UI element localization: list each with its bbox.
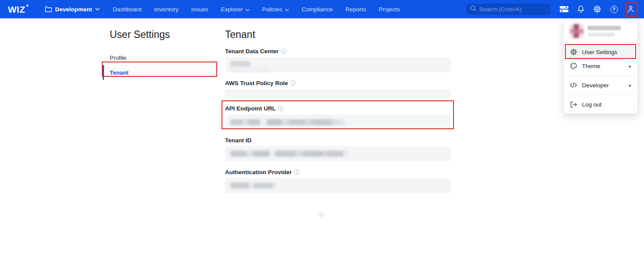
nav-item-explorer[interactable]: Explorer [221, 6, 249, 13]
wiz-logo[interactable]: WIZ✦ [8, 5, 29, 14]
search-input[interactable] [479, 6, 556, 13]
field-group-authentication-provider: Authentication Provider i [225, 169, 451, 193]
redacted-user-name [588, 26, 621, 30]
billing-plans-icon[interactable] [559, 3, 569, 15]
info-icon[interactable]: i [290, 80, 296, 86]
redacted-user-email [588, 33, 615, 37]
field-group-tenant-id: Tenant ID [225, 137, 451, 162]
menu-item-theme[interactable]: Theme ▸ [566, 59, 635, 72]
sidebar-item-profile[interactable]: Profile [103, 50, 217, 65]
nav-item-policies[interactable]: Policies [262, 6, 289, 13]
field-label: Authentication Provider [225, 169, 292, 175]
api-endpoint-url-field [225, 114, 451, 130]
header-icon-buttons: ? [559, 3, 635, 15]
wiz-logo-text: WIZ [8, 5, 25, 14]
user-info-row [564, 20, 637, 42]
nav-item-projects[interactable]: Projects [379, 6, 400, 13]
nav-item-inventory[interactable]: Inventory [154, 6, 179, 13]
chevron-down-icon [246, 6, 249, 13]
top-nav-bar: WIZ✦ Development Dashboard Inventory Iss… [0, 0, 644, 18]
wiz-sparkle-watermark-icon [316, 210, 327, 220]
global-search[interactable] [466, 3, 551, 15]
redacted-value [230, 119, 345, 125]
redacted-value [230, 67, 269, 72]
project-switcher[interactable]: Development [45, 6, 100, 13]
palette-icon [570, 62, 577, 69]
field-label: Tenant Data Center [225, 48, 279, 55]
redacted-value [230, 182, 277, 189]
field-label: AWS Trust Policy Role [225, 80, 288, 86]
menu-item-developer[interactable]: Developer ▸ [566, 79, 635, 92]
tenant-settings-panel: Tenant Tenant Data Center i AWS Trust Po… [225, 29, 451, 193]
search-icon [470, 5, 476, 13]
tenant-id-field [225, 146, 451, 162]
tenant-data-center-field [225, 57, 451, 72]
nav-item-reports[interactable]: Reports [346, 6, 366, 13]
project-switcher-label: Development [55, 6, 92, 13]
notifications-bell-icon[interactable] [576, 3, 585, 15]
code-icon [570, 82, 577, 88]
field-group-api-endpoint-url: API Endpoint URL i [225, 105, 451, 130]
user-menu-dropdown: User Settings Theme ▸ Developer ▸ [563, 19, 638, 114]
nav-item-issues[interactable]: Issues [191, 6, 208, 13]
settings-sidebar: User Settings Profile Tenant [103, 29, 217, 80]
folder-icon [45, 6, 52, 12]
menu-item-log-out[interactable]: Log out [566, 98, 635, 111]
wiz-logo-sparkle-icon: ✦ [26, 4, 29, 8]
submenu-arrow-icon: ▸ [629, 83, 631, 88]
user-icon[interactable] [626, 3, 635, 15]
settings-gear-icon[interactable] [592, 3, 602, 15]
main-nav: Dashboard Inventory Issues Explorer Poli… [113, 6, 400, 13]
nav-item-dashboard[interactable]: Dashboard [113, 6, 142, 13]
redacted-value [230, 151, 349, 157]
field-group-aws-trust-policy-role: AWS Trust Policy Role i [225, 80, 451, 98]
field-label: API Endpoint URL [225, 105, 276, 112]
chevron-down-icon [95, 8, 100, 10]
info-icon[interactable]: i [281, 48, 287, 54]
menu-item-user-settings[interactable]: User Settings [566, 45, 635, 58]
help-icon[interactable]: ? [609, 3, 619, 15]
logout-icon [570, 101, 577, 108]
page-title: User Settings [110, 29, 217, 41]
authentication-provider-field [225, 178, 451, 193]
chevron-down-icon [285, 6, 289, 13]
field-label: Tenant ID [225, 137, 252, 144]
section-title: Tenant [225, 29, 451, 41]
aws-trust-policy-role-field [225, 89, 451, 98]
field-group-tenant-data-center: Tenant Data Center i [225, 48, 451, 72]
gear-icon [570, 48, 577, 55]
info-icon[interactable]: i [278, 106, 284, 111]
submenu-arrow-icon: ▸ [629, 64, 631, 69]
wiz-app: WIZ✦ Development Dashboard Inventory Iss… [0, 0, 644, 275]
info-icon[interactable]: i [294, 169, 300, 175]
avatar [570, 24, 584, 38]
nav-item-compliance[interactable]: Compliance [301, 6, 332, 13]
sidebar-item-tenant[interactable]: Tenant [103, 65, 217, 80]
